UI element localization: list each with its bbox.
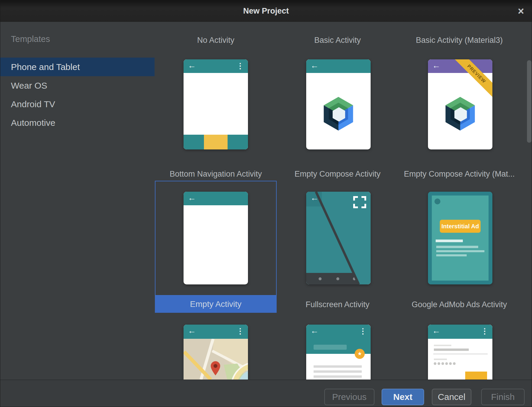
sidebar-item-android-tv[interactable]: Android TV (0, 95, 155, 113)
overflow-menu-icon: ⋮ (236, 62, 244, 70)
title-bar: New Project × (0, 0, 532, 22)
template-label-fullscreen-activity[interactable]: Fullscreen Activity (277, 299, 398, 310)
bottom-nav-action (204, 135, 228, 149)
template-card-empty-activity[interactable]: ← (184, 192, 248, 284)
star-fab-icon: ★ (355, 349, 365, 359)
templates-header: Templates (11, 34, 50, 44)
template-label-basic-activity[interactable]: Basic Activity (277, 35, 398, 45)
sidebar-item-phone-and-tablet[interactable]: Phone and Tablet (0, 58, 155, 76)
overflow-menu-icon: ⋮ (359, 327, 367, 335)
back-arrow-icon: ← (432, 327, 440, 335)
back-arrow-icon: ← (310, 61, 319, 70)
template-card-fullscreen-activity[interactable]: ← (306, 192, 371, 284)
template-label-google-admob-ads-activity[interactable]: Google AdMob Ads Activity (398, 299, 520, 310)
template-label-empty-compose-activity[interactable]: Empty Compose Activity (277, 169, 398, 179)
template-card-bottom-navigation-activity[interactable]: ← ⋮ (184, 59, 248, 149)
cancel-button[interactable]: Cancel (432, 389, 471, 405)
template-card-basic-views-activity[interactable]: ← ⋮ ★ (306, 325, 371, 380)
next-button[interactable]: Next (382, 389, 424, 405)
selected-template-label-empty-activity[interactable]: Empty Activity (155, 296, 277, 313)
template-card-google-admob-ads-activity[interactable]: Interstitial Ad (428, 192, 492, 284)
back-arrow-icon: ← (188, 327, 196, 335)
new-project-dialog: New Project × Templates Phone and Tablet… (0, 0, 532, 407)
sidebar-item-automotive[interactable]: Automotive (0, 113, 155, 132)
jetpack-compose-logo-icon (442, 94, 478, 133)
template-card-google-maps-activity[interactable]: ← ⋮ (184, 325, 248, 380)
overflow-menu-icon: ⋮ (481, 327, 489, 335)
template-label-bottom-navigation-activity[interactable]: Bottom Navigation Activity (155, 169, 277, 179)
template-card-login-activity[interactable]: ← ⋮ (428, 325, 492, 380)
vertical-scrollbar-thumb[interactable] (527, 60, 531, 143)
template-card-empty-compose-activity[interactable]: ← (306, 59, 371, 149)
sidebar-item-wear-os[interactable]: Wear OS (0, 76, 155, 95)
previous-button[interactable]: Previous (324, 389, 374, 405)
dialog-title: New Project (0, 0, 532, 22)
interstitial-ad-badge: Interstitial Ad (440, 220, 481, 233)
template-label-no-activity[interactable]: No Activity (155, 35, 277, 45)
close-icon[interactable]: × (518, 6, 524, 17)
template-label-empty-compose-activity-material3[interactable]: Empty Compose Activity (Mat... (398, 169, 520, 179)
overflow-menu-icon: ⋮ (236, 327, 244, 335)
back-arrow-icon: ← (310, 194, 319, 202)
jetpack-compose-logo-icon (320, 94, 356, 133)
bottom-nav-bar (184, 135, 248, 149)
admob-thumb-art (428, 192, 492, 284)
back-arrow-icon: ← (432, 61, 440, 70)
back-arrow-icon: ← (188, 194, 196, 202)
dialog-footer: Previous Next Cancel Finish (0, 380, 532, 407)
template-label-basic-activity-material3[interactable]: Basic Activity (Material3) (398, 35, 520, 45)
finish-button[interactable]: Finish (481, 389, 525, 405)
back-arrow-icon: ← (188, 61, 196, 70)
template-card-empty-compose-activity-material3[interactable]: ← PREVIEW (428, 59, 492, 149)
back-arrow-icon: ← (310, 327, 319, 335)
fullscreen-thumb-art (306, 192, 371, 284)
